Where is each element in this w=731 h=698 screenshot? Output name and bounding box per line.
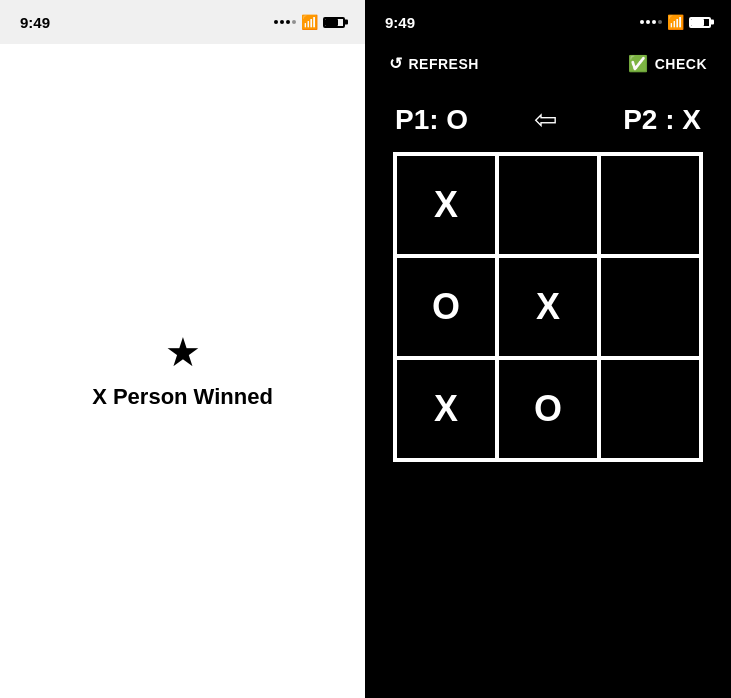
cell-8[interactable] — [599, 358, 701, 460]
players-row: P1: O ⇦ P2 : X — [365, 83, 731, 152]
cell-2[interactable] — [599, 154, 701, 256]
cell-4[interactable]: X — [497, 256, 599, 358]
battery-icon-left — [323, 17, 345, 28]
winner-text: X Person Winned — [92, 384, 273, 410]
refresh-label: REFRESH — [409, 56, 479, 72]
status-icons-right: 📶 — [640, 14, 711, 30]
refresh-icon: ↺ — [389, 54, 403, 73]
board-container: XOXXO — [365, 152, 731, 698]
refresh-button[interactable]: ↺ REFRESH — [389, 54, 479, 73]
status-time-left: 9:49 — [20, 14, 50, 31]
signal-dots-right — [640, 20, 662, 24]
status-bar-left: 9:49 📶 — [0, 0, 365, 44]
cell-6[interactable]: X — [395, 358, 497, 460]
cell-0[interactable]: X — [395, 154, 497, 256]
left-panel: 9:49 📶 ★ X Person Winned — [0, 0, 365, 698]
check-icon: ✅ — [628, 54, 649, 73]
battery-icon-right — [689, 17, 711, 28]
game-board: XOXXO — [393, 152, 703, 462]
wifi-icon-left: 📶 — [301, 14, 318, 30]
status-time-right: 9:49 — [385, 14, 415, 31]
status-bar-right: 9:49 📶 — [365, 0, 731, 44]
cell-7[interactable]: O — [497, 358, 599, 460]
toolbar: ↺ REFRESH ✅ CHECK — [365, 44, 731, 83]
star-icon: ★ — [165, 332, 201, 372]
check-label: CHECK — [655, 56, 707, 72]
turn-arrow: ⇦ — [534, 103, 557, 136]
player2-label: P2 : X — [623, 104, 701, 136]
right-panel: 9:49 📶 ↺ REFRESH ✅ CHECK P1: O ⇦ P2 : X — [365, 0, 731, 698]
cell-3[interactable]: O — [395, 256, 497, 358]
check-button[interactable]: ✅ CHECK — [628, 54, 707, 73]
cell-5[interactable] — [599, 256, 701, 358]
left-content: ★ X Person Winned — [0, 44, 365, 698]
wifi-icon-right: 📶 — [667, 14, 684, 30]
cell-1[interactable] — [497, 154, 599, 256]
signal-dots-left — [274, 20, 296, 24]
status-icons-left: 📶 — [274, 14, 345, 30]
player1-label: P1: O — [395, 104, 468, 136]
